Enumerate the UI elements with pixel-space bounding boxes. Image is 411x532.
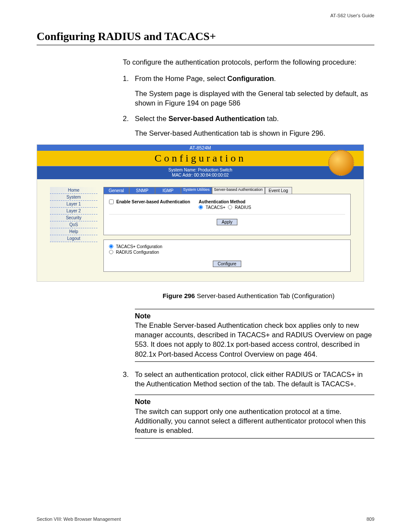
auth-radius-radio[interactable] <box>228 205 232 209</box>
note-1-body: The Enable Server-based Authentication c… <box>135 320 374 359</box>
fig-device: AT-8524M <box>37 145 364 151</box>
header-guide: AT-S62 User's Guide <box>37 13 374 18</box>
intro-text: To configure the authentication protocol… <box>123 57 374 67</box>
step-2: 2. Select the Server-based Authenticatio… <box>123 114 374 138</box>
tacacs-config-label: TACACS+ Configuration <box>116 244 162 249</box>
auth-method-label: Authentication Method <box>199 199 251 204</box>
fig-panel-config: TACACS+ Configuration RADIUS Configurati… <box>103 240 351 272</box>
tab-snmp[interactable]: SNMP <box>129 187 155 194</box>
step-2-bold: Server-based Authentication <box>168 115 265 122</box>
auth-method-group: Authentication Method TACACS+ RADIUS <box>199 199 251 210</box>
nav-system[interactable]: System <box>50 194 97 201</box>
auth-tacacs-label: TACACS+ <box>206 205 225 210</box>
step-2-text-a: Select the <box>135 115 168 122</box>
enable-sba-input[interactable] <box>109 199 114 204</box>
step-1-bold: Configuration <box>227 75 274 82</box>
nav-home[interactable]: Home <box>50 187 97 194</box>
step-1: 1. From the Home Page, select Configurat… <box>123 74 374 108</box>
brand-logo <box>328 150 354 176</box>
footer-page: 809 <box>367 516 374 522</box>
figure-caption-label: Figure 296 <box>162 292 195 299</box>
figure-296: AT-8524M Configuration System Name: Prod… <box>37 144 364 282</box>
note-2-title: Note <box>135 397 374 406</box>
nav-layer2[interactable]: Layer 2 <box>50 208 97 215</box>
figure-caption-text: Server-based Authentication Tab (Configu… <box>195 292 334 299</box>
nav-security[interactable]: Security <box>50 215 97 221</box>
tab-event-log[interactable]: Event Log <box>265 187 292 194</box>
nav-help[interactable]: Help <box>50 228 97 235</box>
configure-button[interactable]: Configure <box>213 261 241 267</box>
radius-config-radio[interactable] <box>109 250 113 254</box>
note-1: Note The Enable Server-based Authenticat… <box>135 309 374 362</box>
nav-logout[interactable]: Logout <box>50 235 97 242</box>
page-title: Configuring RADIUS and TACACS+ <box>37 30 374 45</box>
note-2-body: The switch can support only one authenti… <box>135 407 374 436</box>
fig-banner: Configuration <box>37 151 364 166</box>
tab-igmp[interactable]: IGMP <box>155 187 181 194</box>
fig-panel-main: Enable Server-based Authentication Authe… <box>103 194 351 235</box>
auth-tacacs-radio[interactable] <box>199 205 203 209</box>
enable-sba-checkbox[interactable]: Enable Server-based Authentication <box>109 199 190 204</box>
step-2-sub: The Server-based Authentication tab is s… <box>135 128 374 138</box>
fig-sidebar: Home System Layer 1 Layer 2 Security QoS… <box>50 187 97 272</box>
tacacs-config-radio[interactable] <box>109 244 113 249</box>
nav-qos[interactable]: QoS <box>50 221 97 228</box>
note-1-title: Note <box>135 311 374 320</box>
fig-mac: MAC Addr: 00:30:84:00:00:02 <box>37 173 364 178</box>
step-1-text-a: From the Home Page, select <box>135 75 227 82</box>
fig-sysname: System Name: Production Switch <box>37 168 364 173</box>
tab-general[interactable]: General <box>103 187 129 194</box>
step-3-text: To select an authentication protocol, cl… <box>135 370 363 388</box>
figure-caption: Figure 296 Server-based Authentication T… <box>123 292 374 299</box>
step-3: 3. To select an authentication protocol,… <box>123 370 374 389</box>
step-1-num: 1. <box>123 74 129 83</box>
enable-sba-label: Enable Server-based Authentication <box>116 199 190 204</box>
step-1-text-b: . <box>274 75 276 82</box>
footer-section: Section VIII: Web Browser Management <box>37 516 121 522</box>
tab-system-utilities[interactable]: System Utilities <box>181 187 212 194</box>
fig-subbar: System Name: Production Switch MAC Addr:… <box>37 166 364 179</box>
auth-radius-label: RADIUS <box>235 205 251 210</box>
tab-server-based-auth[interactable]: Server-based Authentication <box>212 187 265 194</box>
step-2-num: 2. <box>123 114 129 123</box>
step-3-num: 3. <box>123 370 129 379</box>
radius-config-label: RADIUS Configuration <box>116 250 159 255</box>
apply-button[interactable]: Apply <box>217 219 237 225</box>
note-2: Note The switch can support only one aut… <box>135 395 374 438</box>
step-2-text-b: tab. <box>265 115 279 122</box>
nav-layer1[interactable]: Layer 1 <box>50 201 97 208</box>
step-1-sub: The System page is displayed with the Ge… <box>135 89 374 108</box>
